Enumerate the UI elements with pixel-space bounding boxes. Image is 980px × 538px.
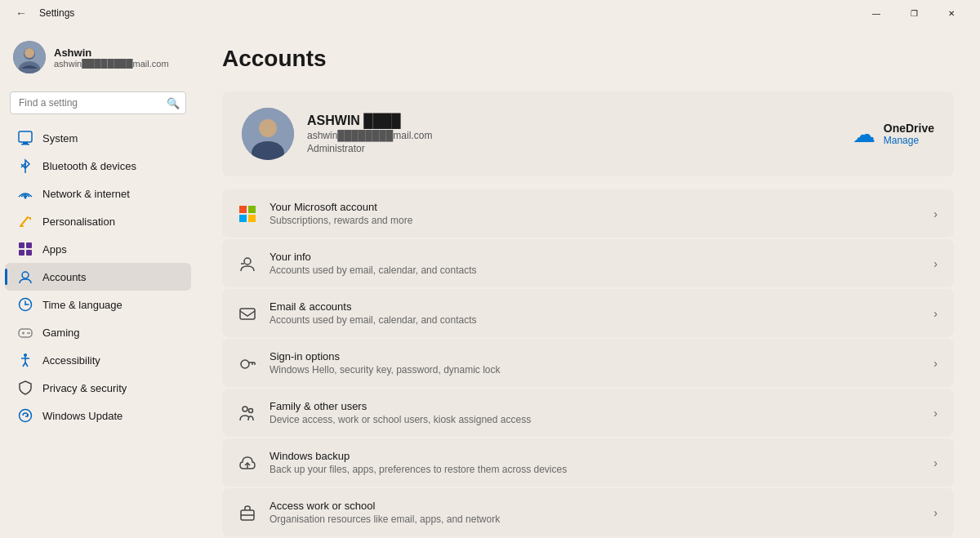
svg-rect-37 — [248, 215, 256, 222]
sidebar-user-profile[interactable]: Ashwin ashwin████████mail.com — [0, 33, 196, 82]
back-button[interactable]: ← — [10, 2, 33, 24]
settings-item-email-accounts[interactable]: Email & accounts Accounts used by email,… — [222, 289, 954, 337]
settings-item-family-users[interactable]: Family & other users Device access, work… — [222, 389, 954, 437]
svg-point-24 — [24, 353, 27, 357]
user-card-avatar — [242, 108, 294, 160]
sidebar-item-bluetooth[interactable]: Bluetooth & devices — [5, 152, 191, 180]
user-card-email: ashwin████████mail.com — [307, 130, 432, 141]
onedrive-section[interactable]: ☁ OneDrive Manage — [853, 121, 934, 148]
microsoft-account-icon — [238, 205, 256, 223]
settings-item-title: Windows backup — [270, 450, 567, 462]
system-icon — [18, 131, 33, 145]
svg-line-28 — [25, 362, 28, 367]
sidebar-item-network[interactable]: Network & internet — [5, 180, 191, 207]
sidebar-item-label: Accessibility — [42, 354, 100, 367]
sidebar-item-personalisation[interactable]: Personalisation — [5, 207, 191, 235]
settings-item-text: Email & accounts Accounts used by email,… — [270, 300, 476, 326]
titlebar-title: Settings — [39, 7, 74, 19]
settings-list: Your Microsoft account Subscriptions, re… — [222, 189, 954, 536]
titlebar-controls: — ❐ ✕ — [858, 0, 970, 26]
work-school-icon — [238, 504, 256, 522]
settings-item-subtitle: Organisation resources like email, apps,… — [270, 514, 500, 525]
minimize-button[interactable]: — — [858, 0, 895, 26]
svg-line-8 — [20, 217, 28, 226]
svg-point-7 — [24, 197, 27, 199]
time-icon — [18, 297, 33, 312]
svg-rect-6 — [21, 144, 29, 145]
app-body: Ashwin ashwin████████mail.com 🔍 System B… — [0, 26, 980, 538]
gaming-icon — [18, 325, 33, 340]
settings-item-text: Sign-in options Windows Hello, security … — [270, 350, 501, 376]
chevron-right-icon: › — [933, 407, 938, 420]
settings-item-signin-options[interactable]: Sign-in options Windows Hello, security … — [222, 339, 954, 387]
network-icon — [18, 186, 33, 201]
sidebar-item-label: Windows Update — [42, 410, 122, 422]
sidebar-item-system[interactable]: System — [5, 124, 191, 152]
chevron-right-icon: › — [933, 257, 938, 270]
settings-item-title: Access work or school — [270, 500, 500, 512]
svg-rect-40 — [240, 309, 255, 319]
sidebar-item-time[interactable]: Time & language — [5, 291, 191, 318]
settings-item-your-info[interactable]: Your info Accounts used by email, calend… — [222, 239, 954, 287]
family-users-icon — [238, 404, 256, 422]
nav-list: System Bluetooth & devices Network & int… — [0, 124, 196, 429]
maximize-button[interactable]: ❐ — [895, 0, 933, 26]
settings-item-title: Email & accounts — [270, 300, 476, 313]
sidebar-item-accessibility[interactable]: Accessibility — [5, 346, 191, 374]
svg-rect-12 — [26, 242, 32, 248]
sidebar-item-update[interactable]: Windows Update — [5, 402, 191, 429]
chevron-right-icon: › — [933, 506, 938, 519]
personalisation-icon — [18, 214, 33, 229]
settings-item-title: Family & other users — [270, 400, 531, 412]
settings-item-left: Windows backup Back up your files, apps,… — [238, 450, 567, 475]
settings-item-subtitle: Accounts used by email, calendar, and co… — [270, 314, 476, 326]
sidebar-item-label: Time & language — [42, 299, 122, 311]
sidebar-item-label: Personalisation — [42, 216, 115, 228]
sidebar-user-email: ashwin████████mail.com — [54, 59, 169, 69]
chevron-right-icon: › — [933, 357, 938, 370]
settings-item-microsoft-account[interactable]: Your Microsoft account Subscriptions, re… — [222, 189, 954, 238]
sidebar-item-apps[interactable]: Apps — [5, 235, 191, 263]
sidebar-item-label: Privacy & security — [42, 382, 127, 394]
privacy-icon — [18, 380, 33, 395]
settings-item-text: Your info Accounts used by email, calend… — [270, 251, 476, 276]
chevron-right-icon: › — [933, 307, 938, 320]
settings-item-subtitle: Accounts used by email, calendar, and co… — [270, 265, 476, 276]
avatar-image — [13, 41, 46, 73]
sidebar-item-gaming[interactable]: Gaming — [5, 318, 191, 346]
your-info-icon — [238, 255, 256, 273]
settings-item-work-school[interactable]: Access work or school Organisation resou… — [222, 488, 954, 536]
settings-item-left: Family & other users Device access, work… — [238, 400, 531, 425]
svg-point-45 — [243, 407, 247, 411]
bluetooth-icon — [18, 158, 33, 173]
sidebar-item-accounts[interactable]: Accounts — [5, 263, 191, 291]
chevron-right-icon: › — [933, 207, 938, 220]
settings-item-windows-backup[interactable]: Windows backup Back up your files, apps,… — [222, 438, 954, 487]
settings-item-left: Your info Accounts used by email, calend… — [238, 251, 476, 276]
sidebar-item-privacy[interactable]: Privacy & security — [5, 374, 191, 402]
onedrive-icon: ☁ — [853, 121, 875, 148]
settings-item-text: Family & other users Device access, work… — [270, 400, 531, 425]
svg-rect-36 — [239, 215, 247, 222]
onedrive-action[interactable]: Manage — [884, 135, 934, 146]
svg-point-15 — [22, 272, 29, 278]
svg-rect-13 — [19, 250, 24, 256]
sidebar-username: Ashwin — [54, 47, 169, 59]
windows-backup-icon — [238, 454, 256, 472]
settings-item-title: Your info — [270, 251, 476, 263]
svg-point-46 — [249, 408, 253, 412]
sidebar-item-label: Network & internet — [42, 188, 130, 200]
search-input[interactable] — [10, 91, 186, 114]
onedrive-info: OneDrive Manage — [884, 122, 934, 146]
svg-rect-4 — [19, 131, 32, 142]
user-card-left: ASHWIN ████ ashwin████████mail.com Admin… — [242, 108, 432, 160]
settings-item-text: Access work or school Organisation resou… — [270, 500, 500, 525]
svg-point-38 — [244, 258, 251, 265]
close-button[interactable]: ✕ — [933, 0, 970, 26]
sidebar-item-label: Apps — [42, 243, 67, 256]
user-card-avatar-image — [242, 108, 294, 160]
search-box: 🔍 — [10, 91, 186, 114]
svg-rect-5 — [23, 142, 28, 144]
search-icon: 🔍 — [167, 97, 180, 109]
svg-point-22 — [27, 332, 29, 334]
